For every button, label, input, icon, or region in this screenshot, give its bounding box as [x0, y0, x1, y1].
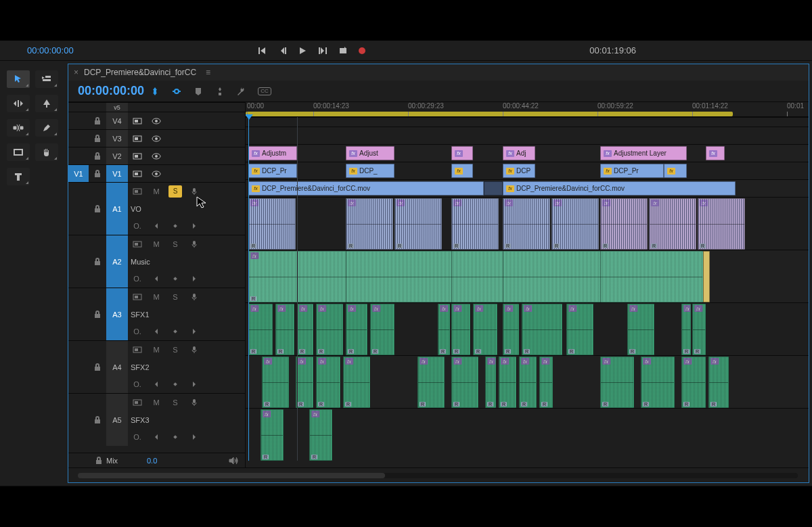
audio-clip[interactable]: fx R — [649, 198, 696, 250]
lock-icon[interactable] — [89, 341, 106, 393]
lock-icon[interactable] — [89, 394, 106, 446]
time-ruler[interactable]: 00:0000:00:14:2300:00:29:2300:00:44:2200… — [246, 102, 809, 117]
audio-clip[interactable]: fx R — [627, 304, 654, 355]
audio-clip[interactable]: fx R — [451, 357, 478, 408]
lock-icon[interactable] — [89, 147, 106, 164]
solo-button[interactable]: S — [173, 293, 177, 301]
audio-clip[interactable]: fx R — [297, 304, 313, 355]
ripple-edit-tool[interactable] — [7, 95, 30, 112]
track-name[interactable]: VO — [128, 200, 245, 218]
mix-value[interactable]: 0.0 — [147, 457, 157, 465]
source-patch[interactable] — [68, 130, 89, 147]
prev-keyframe-icon[interactable] — [147, 381, 166, 388]
timeline-display-settings-icon[interactable] — [215, 86, 225, 97]
add-keyframe-icon[interactable] — [166, 382, 185, 387]
go-to-in-icon[interactable] — [257, 46, 267, 55]
add-keyframe-icon[interactable] — [166, 223, 185, 229]
rectangle-tool[interactable] — [7, 143, 30, 161]
audio-clip[interactable]: fx R — [296, 357, 313, 408]
audio-clip[interactable]: fx R — [262, 357, 289, 408]
audio-clip[interactable]: fx R — [503, 304, 519, 355]
sync-lock-icon[interactable] — [128, 147, 147, 164]
clip[interactable]: fxDCP_Premiere&Davinci_forCC.mov — [248, 181, 484, 196]
track-target[interactable]: V3 — [106, 130, 128, 147]
track-name[interactable]: SFX2 — [128, 359, 245, 376]
clip[interactable]: fx — [706, 146, 725, 160]
audio-clip[interactable]: fx R — [370, 304, 394, 355]
keyframe-mode-icon[interactable]: O. — [128, 380, 147, 388]
play-icon[interactable] — [298, 46, 307, 55]
mute-button[interactable]: M — [147, 398, 166, 407]
snap-icon[interactable] — [150, 86, 160, 97]
audio-clip[interactable]: fx R — [692, 304, 706, 355]
video-track-header[interactable]: v5 — [68, 102, 245, 112]
mute-button[interactable]: M — [147, 240, 166, 248]
clip[interactable]: fxAdjustment Layer — [600, 146, 687, 160]
audio-clip[interactable]: fx R — [275, 304, 294, 355]
clip-area[interactable]: fxAdjustmfxAdjustfxfxAdjfxAdjustment Lay… — [246, 117, 809, 461]
toggle-track-output-icon[interactable] — [147, 165, 166, 182]
rate-stretch-tool[interactable] — [35, 95, 58, 112]
prev-keyframe-icon[interactable] — [147, 223, 166, 229]
audio-clip[interactable]: fx R — [248, 198, 296, 250]
lock-icon[interactable] — [89, 288, 106, 340]
clip[interactable]: fxAdj — [503, 146, 535, 160]
audio-track-header[interactable]: A2 M S Music O. — [68, 235, 245, 288]
clip[interactable]: fxDCP_ — [346, 164, 394, 178]
audio-clip[interactable]: fx R — [566, 304, 593, 355]
clip[interactable]: fx — [451, 146, 473, 160]
mute-button[interactable]: M — [147, 346, 166, 354]
track-target[interactable]: V1 — [106, 165, 128, 182]
solo-button[interactable]: S — [173, 398, 177, 407]
sync-lock-icon[interactable] — [128, 294, 147, 300]
video-track-header[interactable]: V2 — [68, 147, 245, 164]
record-button[interactable] — [359, 47, 365, 54]
source-patch[interactable] — [68, 147, 89, 164]
add-keyframe-icon[interactable] — [166, 434, 185, 440]
audio-clip[interactable]: fx R — [698, 198, 745, 250]
lock-icon[interactable] — [89, 235, 106, 288]
solo-button[interactable]: S — [173, 240, 177, 248]
add-marker-icon[interactable] — [193, 86, 204, 97]
audio-clip[interactable]: fx R — [641, 357, 675, 408]
panel-menu-icon[interactable]: ≡ — [206, 68, 210, 77]
lock-icon[interactable] — [89, 165, 106, 182]
solo-button[interactable]: S — [168, 185, 182, 198]
mute-button[interactable]: M — [147, 293, 166, 301]
audio-clip[interactable]: fx R — [708, 357, 729, 408]
audio-clip[interactable]: fx R — [485, 357, 496, 408]
next-keyframe-icon[interactable] — [185, 328, 204, 335]
sync-lock-icon[interactable] — [128, 112, 147, 129]
audio-clip[interactable]: fx R — [522, 304, 562, 355]
work-area-bar[interactable] — [246, 112, 733, 116]
track-target[interactable]: A3 — [106, 288, 128, 340]
voice-over-record-icon[interactable] — [185, 187, 204, 196]
selection-tool[interactable] — [7, 70, 30, 88]
sync-lock-icon[interactable] — [128, 130, 147, 147]
sync-lock-icon[interactable] — [128, 241, 147, 248]
clip[interactable]: fx — [664, 164, 687, 178]
keyframe-mode-icon[interactable]: O. — [128, 327, 147, 336]
voice-over-record-icon[interactable] — [185, 398, 204, 407]
audio-clip[interactable]: fx R — [346, 198, 393, 250]
video-track-header[interactable]: V4 — [68, 112, 245, 129]
timeline-area[interactable]: 00:0000:00:14:2300:00:29:2300:00:44:2200… — [246, 102, 809, 467]
step-fwd-icon[interactable] — [318, 46, 328, 55]
track-name[interactable]: Music — [128, 253, 245, 271]
audio-clip[interactable]: fx R — [316, 304, 343, 355]
next-keyframe-icon[interactable] — [185, 381, 204, 388]
prev-keyframe-icon[interactable] — [147, 434, 166, 440]
captions-icon[interactable]: CC — [258, 87, 271, 95]
lock-icon[interactable] — [89, 130, 106, 147]
audio-clip[interactable]: fx R — [519, 357, 537, 408]
keyframe-mode-icon[interactable]: O. — [128, 433, 147, 441]
video-track-header[interactable]: V1 V1 — [68, 164, 245, 182]
audio-clip[interactable]: fx R — [309, 409, 332, 461]
sync-lock-icon[interactable] — [128, 399, 147, 406]
keyframe-mode-icon[interactable]: O. — [128, 222, 147, 230]
lock-icon[interactable] — [89, 183, 106, 235]
speaker-icon[interactable] — [229, 457, 238, 465]
audio-track-header[interactable]: A4 M S SFX2 O. — [68, 340, 245, 393]
audio-track-header[interactable]: A5 M S SFX3 O. — [68, 393, 245, 446]
keyframe-mode-icon[interactable]: O. — [128, 275, 147, 283]
